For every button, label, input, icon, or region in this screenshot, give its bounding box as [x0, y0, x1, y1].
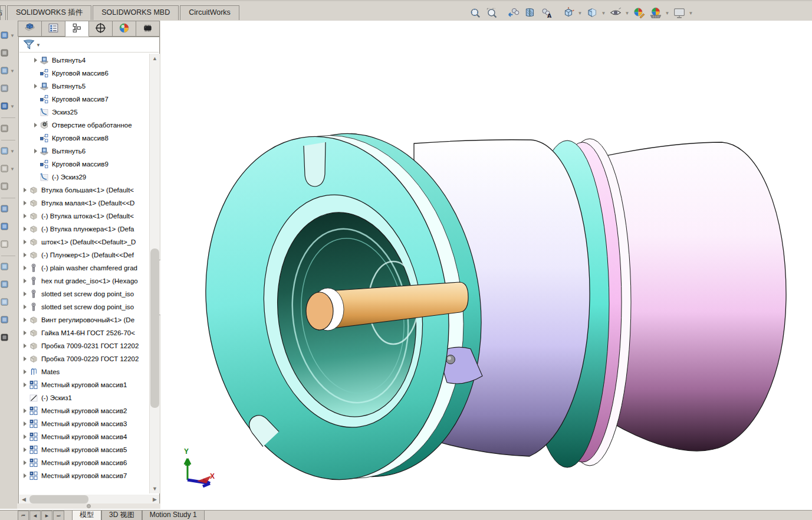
goto-end-button[interactable]: ⏭ [53, 511, 64, 520]
zoom-area-button[interactable] [484, 6, 499, 21]
dropdown-arrow-icon[interactable]: ▼ [10, 104, 15, 109]
tree-item[interactable]: Круговой массив7 [19, 93, 150, 106]
view-orientation-button[interactable] [561, 6, 576, 21]
left-toolbar-button[interactable] [0, 200, 17, 218]
expand-arrow-icon[interactable] [24, 240, 27, 244]
expand-arrow-icon[interactable] [24, 188, 27, 192]
tab-circuitworks[interactable]: CircuitWorks [180, 5, 239, 20]
dropdown-arrow-icon[interactable]: ▼ [577, 6, 583, 21]
tree-item[interactable]: (-) Эскиз29 [19, 171, 150, 184]
document-tab-2[interactable]: Motion Study 1 [142, 511, 205, 520]
panel-splitter-strip[interactable] [17, 503, 160, 509]
panel-tab-displaymanager[interactable] [113, 21, 136, 37]
expand-arrow-icon[interactable] [24, 318, 27, 322]
left-toolbar-button[interactable]: ▼ [0, 62, 17, 80]
expand-arrow-icon[interactable] [24, 344, 27, 348]
left-toolbar-button[interactable]: ▼ [0, 27, 17, 44]
tree-item[interactable]: slotted set screw dog point_iso [19, 287, 150, 300]
tree-item[interactable]: (-) Плунжер<1> (Default<<Def [19, 248, 150, 261]
dropdown-arrow-icon[interactable]: ▼ [601, 6, 606, 21]
hide-show-items-button[interactable] [608, 6, 623, 21]
left-toolbar-button[interactable] [0, 311, 17, 329]
tree-item[interactable]: Местный круговой массив2 [19, 404, 150, 417]
left-toolbar-button[interactable] [0, 329, 17, 346]
filter-funnel-icon[interactable] [23, 40, 35, 50]
expand-arrow-icon[interactable] [24, 305, 27, 309]
left-toolbar-button[interactable] [0, 44, 17, 62]
tree-item[interactable]: Отверстие обработанное [19, 119, 150, 132]
tree-item[interactable]: Mates [19, 365, 150, 378]
apply-scene-button[interactable] [648, 6, 663, 21]
tree-item[interactable]: Втулка малая<1> (Default<<D [19, 197, 150, 210]
tree-item[interactable]: Пробка 7009-0229 ГОСТ 12202 [19, 352, 150, 365]
scroll-up-button[interactable]: ▲ [150, 54, 160, 63]
tree-item[interactable]: (-) Втулка плунжера<1> (Defa [19, 223, 150, 236]
tree-item[interactable]: (-) Эскиз1 [19, 391, 150, 404]
expand-arrow-icon[interactable] [34, 84, 37, 89]
tree-item[interactable]: Вытянуть6 [19, 145, 150, 158]
panel-tab-featuremanager-tree[interactable] [18, 21, 42, 37]
expand-arrow-icon[interactable] [24, 382, 27, 387]
left-toolbar-button[interactable]: ▼ [0, 97, 17, 115]
tree-item[interactable]: Вытянуть5 [19, 80, 150, 93]
expand-arrow-icon[interactable] [24, 279, 27, 283]
tab-solidworks-addins[interactable]: SOLIDWORKS 插件 [7, 5, 91, 20]
expand-arrow-icon[interactable] [24, 408, 27, 413]
tree-item[interactable]: hex nut gradec_iso<1> (Hexago [19, 274, 150, 287]
scroll-left-button[interactable]: ◀ [19, 495, 28, 504]
tab-partial[interactable]: 估 [0, 5, 6, 20]
tree-item[interactable]: slotted set screw dog point_iso [19, 300, 150, 313]
expand-arrow-icon[interactable] [34, 149, 37, 153]
scroll-down-button[interactable]: ▼ [150, 484, 160, 493]
zoom-fit-button[interactable] [468, 6, 482, 21]
horizontal-scroll-thumb[interactable] [29, 495, 88, 503]
section-view-button[interactable] [522, 6, 537, 21]
expand-arrow-icon[interactable] [24, 357, 27, 361]
expand-arrow-icon[interactable] [24, 473, 27, 478]
expand-arrow-icon[interactable] [24, 227, 27, 231]
expand-arrow-icon[interactable] [24, 266, 27, 270]
expand-arrow-icon[interactable] [24, 434, 27, 439]
dropdown-arrow-icon[interactable]: ▼ [624, 6, 630, 21]
panel-tab-dimxpertmanager[interactable] [89, 21, 113, 37]
tree-item[interactable]: Круговой массив8 [19, 132, 150, 145]
panel-tab-configurationmanager[interactable] [65, 21, 89, 37]
tree-item[interactable]: (-) Втулка штока<1> (Default< [19, 210, 150, 223]
expand-arrow-icon[interactable] [24, 292, 27, 296]
expand-arrow-icon[interactable] [24, 447, 27, 452]
tree-item[interactable]: Местный круговой массив1 [19, 378, 150, 391]
step-back-button[interactable]: ◀ [29, 511, 41, 520]
document-tab-1[interactable]: 3D 视图 [101, 511, 142, 520]
vertical-scroll-thumb[interactable] [150, 248, 159, 408]
tree-item[interactable]: Местный круговой массив4 [19, 430, 150, 443]
left-toolbar-button[interactable] [0, 120, 17, 138]
expand-arrow-icon[interactable] [34, 58, 37, 63]
panel-tab-circuitworks-tab[interactable] [136, 21, 160, 37]
tree-horizontal-scrollbar[interactable]: ◀ ▶ [19, 495, 159, 504]
filter-dropdown-arrow[interactable]: ▼ [36, 42, 41, 48]
tree-item[interactable]: Пробка 7009-0231 ГОСТ 12202 [19, 339, 150, 352]
left-toolbar-button[interactable] [0, 178, 17, 195]
expand-arrow-icon[interactable] [24, 201, 27, 205]
left-toolbar-button[interactable] [0, 276, 17, 293]
expand-arrow-icon[interactable] [24, 253, 27, 257]
previous-view-button[interactable] [506, 6, 521, 21]
left-toolbar-button[interactable] [0, 80, 17, 97]
panel-tab-propertymanager[interactable] [42, 21, 65, 37]
left-toolbar-button[interactable] [0, 293, 17, 311]
tree-item[interactable]: Местный круговой массив6 [19, 456, 150, 469]
dropdown-arrow-icon[interactable]: ▼ [10, 68, 15, 74]
left-toolbar-button[interactable] [0, 218, 17, 236]
tree-item[interactable]: (-) plain washer chamfered grad [19, 261, 150, 274]
dropdown-arrow-icon[interactable]: ▼ [688, 6, 693, 21]
left-toolbar-button[interactable] [0, 236, 17, 253]
tree-item[interactable]: Круговой массив9 [19, 158, 150, 171]
document-tab-0[interactable]: 模型 [72, 511, 101, 520]
display-style-button[interactable] [584, 6, 599, 21]
expand-arrow-icon[interactable] [24, 214, 27, 218]
tree-item[interactable]: Втулка большая<1> (Default< [19, 184, 150, 197]
tree-item[interactable]: Вытянуть4 [19, 54, 150, 67]
tree-item[interactable]: Местный круговой массив3 [19, 417, 150, 430]
tree-item[interactable]: Эскиз25 [19, 106, 150, 119]
dropdown-arrow-icon[interactable]: ▼ [10, 166, 15, 172]
